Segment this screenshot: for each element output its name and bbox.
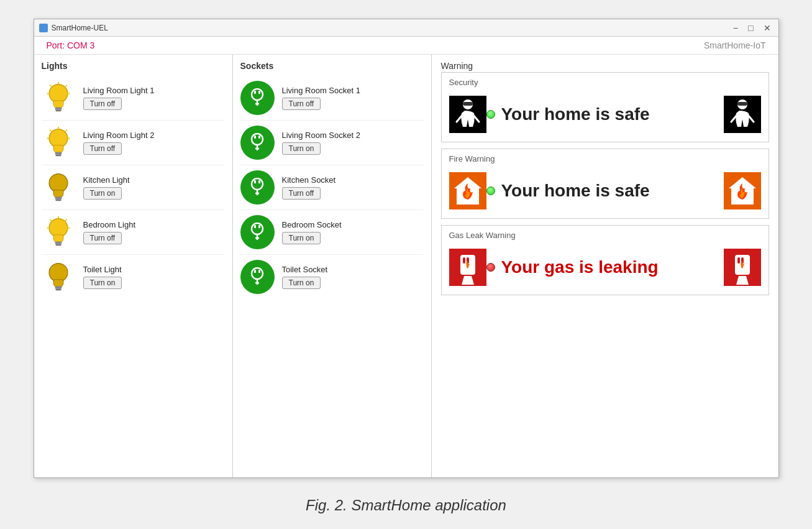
svg-rect-67 bbox=[463, 257, 465, 264]
light-3-button[interactable]: Turn on bbox=[83, 187, 122, 200]
svg-line-24 bbox=[50, 219, 52, 221]
socket-icon-4 bbox=[240, 215, 275, 249]
svg-rect-31 bbox=[254, 91, 256, 94]
device-name-1: Living Room Light 1 bbox=[83, 86, 155, 95]
device-info-3: Kitchen Light Turn on bbox=[83, 175, 130, 200]
gas-status-group: Your gas is leaking bbox=[486, 257, 724, 277]
svg-line-4 bbox=[65, 85, 67, 86]
socket-1-button[interactable]: Turn off bbox=[282, 98, 321, 110]
svg-rect-37 bbox=[258, 136, 260, 139]
socket-name-4: Bedroom Socket bbox=[282, 220, 342, 229]
svg-rect-51 bbox=[254, 270, 256, 273]
title-bar-left: SmartHome-UEL bbox=[39, 24, 108, 32]
outer-wrapper: SmartHome-UEL − □ ✕ Port: COM 3 SmartHom… bbox=[0, 0, 812, 527]
socket-info-5: Toilet Socket Turn on bbox=[282, 265, 328, 289]
fire-icon-left bbox=[449, 172, 486, 209]
socket-info-1: Living Room Socket 1 Turn off bbox=[282, 86, 360, 110]
fire-message: Your home is safe bbox=[501, 181, 724, 201]
close-button[interactable]: ✕ bbox=[761, 23, 773, 33]
list-item: Kitchen Light Turn on bbox=[42, 165, 225, 210]
sockets-panel: Sockets Living Room Socket 1 bbox=[233, 55, 432, 477]
svg-line-5 bbox=[50, 85, 52, 86]
socket-icon-1 bbox=[240, 81, 275, 115]
device-name-2: Living Room Light 2 bbox=[83, 131, 155, 140]
svg-rect-10 bbox=[55, 154, 61, 156]
bulb-icon-2 bbox=[42, 126, 76, 160]
socket-4-button[interactable]: Turn on bbox=[282, 232, 321, 244]
gas-icon-left bbox=[449, 249, 486, 286]
fire-status-group: Your home is safe bbox=[486, 181, 724, 201]
port-bar: Port: COM 3 SmartHome-IoT bbox=[34, 37, 778, 55]
fire-status-dot bbox=[486, 186, 495, 195]
socket-name-5: Toilet Socket bbox=[282, 265, 328, 274]
list-item: Living Room Light 1 Turn off bbox=[42, 76, 225, 121]
socket-name-1: Living Room Socket 1 bbox=[282, 86, 360, 95]
light-5-button[interactable]: Turn on bbox=[83, 277, 122, 289]
svg-rect-2 bbox=[55, 109, 61, 111]
port-label: Port: COM 3 bbox=[47, 40, 95, 50]
device-name-5: Toilet Light bbox=[83, 265, 122, 274]
gas-message: Your gas is leaking bbox=[501, 257, 724, 277]
socket-info-2: Living Room Socket 2 Turn on bbox=[282, 131, 360, 155]
burglar-icon-left bbox=[449, 96, 486, 133]
svg-rect-47 bbox=[258, 225, 260, 228]
svg-rect-46 bbox=[254, 225, 256, 228]
socket-name-3: Kitchen Socket bbox=[282, 175, 336, 185]
figure-caption: Fig. 2. SmartHome application bbox=[306, 497, 506, 514]
list-item: Kitchen Socket Turn off bbox=[240, 165, 424, 210]
svg-point-0 bbox=[49, 84, 68, 103]
socket-icon-2 bbox=[240, 126, 275, 160]
lights-panel: Lights bbox=[34, 55, 233, 477]
svg-point-27 bbox=[49, 263, 68, 282]
svg-point-19 bbox=[49, 218, 68, 237]
sockets-title: Sockets bbox=[240, 61, 424, 71]
device-info-2: Living Room Light 2 Turn off bbox=[83, 131, 155, 155]
svg-line-23 bbox=[65, 219, 67, 221]
svg-rect-60 bbox=[737, 102, 747, 106]
fire-icon-right bbox=[724, 172, 761, 209]
burglar-icon-right bbox=[724, 96, 761, 133]
svg-point-45 bbox=[252, 223, 263, 234]
security-message: Your home is safe bbox=[501, 104, 724, 124]
device-info-5: Toilet Light Turn on bbox=[83, 265, 122, 289]
socket-2-button[interactable]: Turn on bbox=[282, 142, 321, 155]
svg-rect-18 bbox=[55, 199, 61, 201]
list-item: Bedroom Light Turn off bbox=[42, 210, 225, 255]
socket-info-4: Bedroom Socket Turn on bbox=[282, 220, 342, 244]
list-item: Living Room Socket 2 Turn on bbox=[240, 121, 424, 165]
bulb-icon-4 bbox=[42, 215, 76, 249]
security-section: Security bbox=[441, 72, 769, 142]
fire-section: Fire Warning bbox=[441, 149, 769, 219]
minimize-button[interactable]: − bbox=[731, 23, 741, 33]
socket-3-button[interactable]: Turn off bbox=[282, 187, 321, 200]
app-title-label: SmartHome-IoT bbox=[704, 40, 766, 50]
maximize-button[interactable]: □ bbox=[746, 23, 755, 33]
device-info-1: Living Room Light 1 Turn off bbox=[83, 86, 155, 110]
svg-rect-71 bbox=[737, 257, 740, 264]
svg-rect-52 bbox=[258, 270, 260, 273]
fire-title: Fire Warning bbox=[449, 154, 761, 163]
svg-rect-9 bbox=[55, 152, 62, 154]
svg-rect-32 bbox=[258, 91, 260, 94]
svg-point-30 bbox=[252, 89, 263, 100]
svg-point-50 bbox=[252, 268, 263, 279]
socket-icon-3 bbox=[240, 170, 275, 205]
warning-panel: Warning Security bbox=[432, 55, 778, 477]
light-2-button[interactable]: Turn off bbox=[83, 142, 122, 155]
list-item: Living Room Light 2 Turn off bbox=[42, 121, 225, 165]
socket-5-button[interactable]: Turn on bbox=[282, 277, 321, 289]
gas-section: Gas Leak Warning bbox=[441, 225, 769, 295]
security-title: Security bbox=[449, 78, 761, 87]
svg-rect-17 bbox=[55, 196, 62, 199]
svg-rect-42 bbox=[258, 180, 260, 183]
gas-content: Your gas is leaking bbox=[449, 245, 761, 290]
light-1-button[interactable]: Turn off bbox=[83, 98, 122, 110]
security-status-dot bbox=[486, 110, 495, 119]
light-4-button[interactable]: Turn off bbox=[83, 232, 122, 244]
svg-point-35 bbox=[252, 134, 263, 145]
svg-rect-36 bbox=[254, 136, 256, 139]
device-name-4: Bedroom Light bbox=[83, 220, 136, 229]
security-content: Your home is safe bbox=[449, 92, 761, 137]
svg-rect-28 bbox=[55, 286, 62, 288]
title-bar-controls[interactable]: − □ ✕ bbox=[731, 23, 773, 33]
